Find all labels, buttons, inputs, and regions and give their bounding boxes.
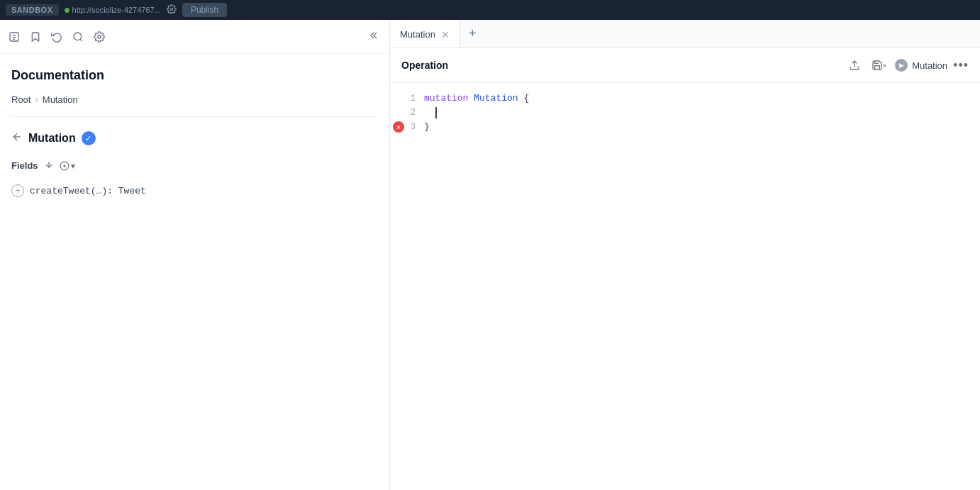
add-tab-button[interactable]: +	[460, 20, 485, 48]
line-number-2: 2	[390, 106, 424, 120]
right-panel: Mutation ✕ + Operation	[390, 20, 980, 490]
online-status-dot	[65, 8, 69, 13]
sort-fields-icon[interactable]	[44, 160, 54, 172]
error-indicator: ✕	[393, 121, 404, 133]
svg-point-7	[98, 35, 101, 38]
svg-line-6	[80, 39, 82, 41]
search-icon[interactable]	[72, 31, 84, 43]
mutation-header: Mutation ✓	[11, 131, 378, 145]
keyword-name: Mutation	[474, 93, 518, 104]
url-text: http://sociolize-4274767...	[72, 6, 161, 14]
sidebar-title: Documentation	[11, 68, 378, 83]
mutation-title: Mutation	[28, 132, 76, 145]
tab-close-icon[interactable]: ✕	[441, 29, 450, 40]
save-icon[interactable]: ▾	[869, 57, 889, 74]
line-content-1: mutation Mutation {	[424, 91, 980, 106]
code-line-3: ✕ 3 }	[390, 120, 980, 134]
breadcrumb-root[interactable]: Root	[11, 94, 30, 105]
breadcrumb-current: Mutation	[43, 94, 78, 105]
operation-panel: Operation	[390, 48, 980, 490]
close-brace: }	[424, 121, 430, 132]
run-icon: ▶	[895, 59, 908, 72]
field-add-icon[interactable]: +	[11, 184, 24, 197]
run-label: Mutation	[912, 60, 947, 71]
keyword-mutation: mutation	[424, 93, 474, 104]
docs-icon[interactable]	[9, 31, 20, 43]
bookmark-icon[interactable]	[30, 31, 41, 43]
verified-badge: ✓	[82, 131, 96, 145]
svg-point-5	[74, 33, 82, 40]
history-icon[interactable]	[51, 31, 62, 43]
tab-label: Mutation	[400, 29, 435, 40]
fields-header: Fields ▾	[11, 160, 378, 172]
field-item[interactable]: + createTweet(…): Tweet	[11, 180, 378, 201]
export-icon[interactable]	[846, 57, 863, 74]
run-button[interactable]: ▶ Mutation	[895, 59, 947, 72]
collapse-sidebar-button[interactable]	[369, 30, 381, 44]
breadcrumb-separator: ›	[35, 94, 38, 105]
breadcrumb: Root › Mutation	[11, 94, 378, 117]
back-arrow-icon[interactable]	[11, 131, 23, 145]
main-layout: Documentation Root › Mutation Mutation ✓	[0, 20, 980, 490]
more-options-icon[interactable]: •••	[953, 58, 969, 73]
code-line-2: 2	[390, 106, 980, 120]
line-content-3: }	[424, 120, 980, 134]
topbar: SANDBOX http://sociolize-4274767... Publ…	[0, 0, 980, 20]
operation-title: Operation	[401, 60, 448, 71]
operation-actions: ▾ ▶ Mutation •••	[846, 57, 969, 74]
tab-bar: Mutation ✕ +	[390, 20, 980, 48]
svg-point-0	[170, 8, 173, 11]
code-editor[interactable]: 1 mutation Mutation { 2 ✕ 3	[390, 83, 980, 490]
settings-icon[interactable]	[167, 4, 177, 16]
operation-header: Operation	[390, 48, 980, 83]
open-brace: {	[518, 93, 530, 104]
field-name: createTweet(…): Tweet	[30, 186, 146, 196]
sidebar-toolbar	[0, 20, 389, 54]
line-content-2	[424, 106, 980, 120]
text-cursor	[435, 107, 437, 118]
url-indicator: http://sociolize-4274767...	[65, 6, 161, 14]
sandbox-badge: SANDBOX	[6, 4, 59, 16]
sidebar-content: Documentation Root › Mutation Mutation ✓	[0, 54, 389, 490]
line-number-1: 1	[390, 91, 424, 106]
publish-button[interactable]: Publish	[182, 3, 227, 17]
fields-label: Fields	[11, 160, 38, 171]
tab-mutation[interactable]: Mutation ✕	[390, 20, 460, 48]
code-line-1: 1 mutation Mutation {	[390, 91, 980, 106]
add-field-button[interactable]: ▾	[60, 161, 75, 171]
left-sidebar: Documentation Root › Mutation Mutation ✓	[0, 20, 390, 490]
settings-icon[interactable]	[94, 31, 105, 43]
